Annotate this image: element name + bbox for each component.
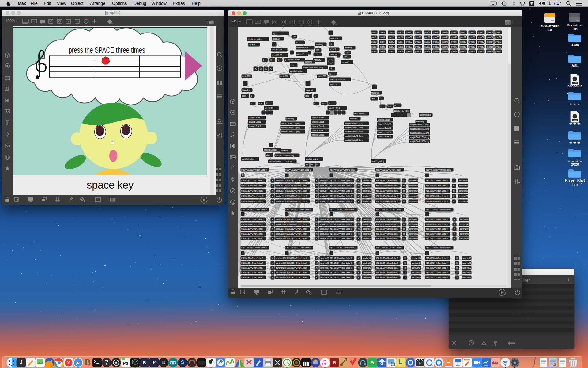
svg-text:P: P — [153, 359, 156, 365]
svg-text:G: G — [380, 361, 383, 366]
svg-text:S: S — [181, 360, 184, 365]
svg-text:J: J — [574, 115, 575, 118]
svg-text:J: J — [574, 77, 575, 81]
svg-text:TEXT: TEXT — [573, 119, 577, 121]
svg-text:m: m — [257, 21, 259, 23]
svg-text:press the SPACE three times: press the SPACE three times — [69, 45, 145, 55]
svg-text:P.: P. — [143, 360, 146, 365]
svg-text:ß: ß — [162, 360, 165, 365]
svg-text:TEXT: TEXT — [573, 82, 577, 84]
svg-text:J: J — [20, 360, 23, 365]
svg-text:V: V — [67, 360, 70, 365]
svg-text:intel: intel — [484, 365, 488, 367]
svg-text:Pd: Pd — [123, 361, 128, 366]
svg-text:m: m — [33, 20, 35, 22]
svg-text:Fl: Fl — [333, 360, 336, 365]
svg-text:Fr: Fr — [371, 360, 375, 365]
svg-text:B: B — [85, 357, 90, 367]
